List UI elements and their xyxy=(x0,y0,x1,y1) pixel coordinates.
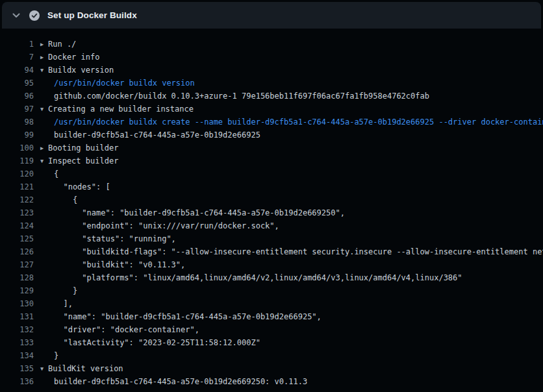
command-text: /usr/bin/docker buildx create --name bui… xyxy=(40,116,543,129)
line-number[interactable]: 134 xyxy=(0,349,34,362)
chevron-down-icon xyxy=(11,10,21,21)
output-text: "driver": "docker-container", xyxy=(40,323,199,336)
output-text: "nodes": [ xyxy=(40,180,110,193)
line-number[interactable]: 120 xyxy=(0,167,34,180)
line-number[interactable]: 95 xyxy=(0,77,34,90)
output-text: "status": "running", xyxy=(40,232,176,245)
line-number[interactable]: 129 xyxy=(0,284,34,297)
log-line: 99builder-d9cfb5a1-c764-445a-a57e-0b19d2… xyxy=(0,129,543,141)
group-header-content[interactable]: ▼Creating a new builder instance xyxy=(40,103,194,116)
group-title[interactable]: Inspect builder xyxy=(48,156,118,165)
output-text: builder-d9cfb5a1-c764-445a-a57e-0b19d2e6… xyxy=(40,375,307,388)
log-line: 134} xyxy=(0,349,543,362)
line-number[interactable]: 136 xyxy=(0,375,34,388)
log-group-header-row[interactable]: 97▼Creating a new builder instance xyxy=(0,103,543,116)
log-line: 98/usr/bin/docker buildx create --name b… xyxy=(0,116,543,129)
group-title[interactable]: Run ./ xyxy=(48,40,76,49)
group-header-content[interactable]: ▼Buildx version xyxy=(40,64,114,77)
command-text: /usr/bin/docker buildx version xyxy=(40,77,195,90)
log-line: 95/usr/bin/docker buildx version xyxy=(0,77,543,90)
log-line: 129 } xyxy=(0,284,543,297)
log-line: 96github.com/docker/buildx 0.10.3+azure-… xyxy=(0,90,543,103)
log-line: 122 { xyxy=(0,193,543,206)
line-number[interactable]: 131 xyxy=(0,310,34,323)
group-title[interactable]: Booting builder xyxy=(48,143,118,153)
group-header-content[interactable]: ▼Inspect builder xyxy=(40,154,118,167)
line-number[interactable]: 123 xyxy=(0,206,34,219)
line-number[interactable]: 121 xyxy=(0,180,34,193)
group-title[interactable]: Docker info xyxy=(48,53,99,62)
step-title: Set up Docker Buildx xyxy=(47,10,137,20)
log-line: 131 "name": "builder-d9cfb5a1-c764-445a-… xyxy=(0,310,543,323)
output-text: "endpoint": "unix:///var/run/docker.sock… xyxy=(40,219,279,232)
output-text: "buildkit": "v0.11.3", xyxy=(40,258,185,271)
line-number[interactable]: 127 xyxy=(0,258,34,271)
group-header-content[interactable]: ▶Booting builder xyxy=(40,141,118,154)
triangle-down-icon[interactable]: ▼ xyxy=(40,103,48,116)
line-number[interactable]: 126 xyxy=(0,245,34,258)
actions-log-viewer: Set up Docker Buildx 1▶Run ./7▶Docker in… xyxy=(0,0,543,392)
output-text: "platforms": "linux/amd64,linux/amd64/v2… xyxy=(40,271,462,284)
log-line: 123 "name": "builder-d9cfb5a1-c764-445a-… xyxy=(0,206,543,219)
line-number[interactable]: 97 xyxy=(0,103,34,116)
line-number[interactable]: 100 xyxy=(0,141,34,154)
log-line: 130 ], xyxy=(0,297,543,310)
line-number[interactable]: 128 xyxy=(0,271,34,284)
line-number[interactable]: 98 xyxy=(0,116,34,129)
group-title[interactable]: Buildx version xyxy=(48,66,114,75)
output-text: } xyxy=(40,349,58,362)
log-lines: 1▶Run ./7▶Docker info94▼Buildx version95… xyxy=(0,29,543,388)
log-group-header-row[interactable]: 100▶Booting builder xyxy=(0,141,543,154)
triangle-down-icon[interactable]: ▼ xyxy=(40,154,48,167)
line-number[interactable]: 7 xyxy=(0,51,34,64)
group-title[interactable]: Creating a new builder instance xyxy=(48,104,194,114)
group-header-content[interactable]: ▼BuildKit version xyxy=(40,362,123,375)
group-title[interactable]: BuildKit version xyxy=(48,364,123,373)
log-line: 125 "status": "running", xyxy=(0,232,543,245)
triangle-down-icon[interactable]: ▼ xyxy=(40,64,48,77)
triangle-down-icon[interactable]: ▼ xyxy=(40,362,48,375)
group-header-content[interactable]: ▶Run ./ xyxy=(40,38,76,51)
output-text: } xyxy=(40,284,77,297)
output-text: { xyxy=(40,193,77,206)
log-line: 126 "buildkitd-flags": "--allow-insecure… xyxy=(0,245,543,258)
output-text: github.com/docker/buildx 0.10.3+azure-1 … xyxy=(40,90,429,103)
check-circle-icon xyxy=(29,10,40,21)
line-number[interactable]: 135 xyxy=(0,362,34,375)
line-number[interactable]: 96 xyxy=(0,90,34,103)
line-number[interactable]: 130 xyxy=(0,297,34,310)
step-header[interactable]: Set up Docker Buildx xyxy=(2,2,541,29)
line-number[interactable]: 94 xyxy=(0,64,34,77)
output-text: "name": "builder-d9cfb5a1-c764-445a-a57e… xyxy=(40,206,345,219)
line-number[interactable]: 122 xyxy=(0,193,34,206)
log-line: 132 "driver": "docker-container", xyxy=(0,323,543,336)
triangle-right-icon[interactable]: ▶ xyxy=(40,51,48,64)
log-group-header-row[interactable]: 94▼Buildx version xyxy=(0,64,543,77)
triangle-right-icon[interactable]: ▶ xyxy=(40,38,48,51)
log-group-header-row[interactable]: 135▼BuildKit version xyxy=(0,362,543,375)
group-header-content[interactable]: ▶Docker info xyxy=(40,51,99,64)
output-text: ], xyxy=(40,297,73,310)
log-line: 121 "nodes": [ xyxy=(0,180,543,193)
line-number[interactable]: 99 xyxy=(0,129,34,141)
log-line: 133 "lastActivity": "2023-02-25T11:58:12… xyxy=(0,336,543,349)
line-number[interactable]: 1 xyxy=(0,38,34,51)
log-line: 128 "platforms": "linux/amd64,linux/amd6… xyxy=(0,271,543,284)
log-line: 124 "endpoint": "unix:///var/run/docker.… xyxy=(0,219,543,232)
output-text: "lastActivity": "2023-02-25T11:58:12.000… xyxy=(40,336,260,349)
line-number[interactable]: 133 xyxy=(0,336,34,349)
log-line: 127 "buildkit": "v0.11.3", xyxy=(0,258,543,271)
line-number[interactable]: 119 xyxy=(0,154,34,167)
line-number[interactable]: 125 xyxy=(0,232,34,245)
output-text: { xyxy=(40,167,58,180)
line-number[interactable]: 132 xyxy=(0,323,34,336)
log-line: 120{ xyxy=(0,167,543,180)
output-text: "name": "builder-d9cfb5a1-c764-445a-a57e… xyxy=(40,310,322,323)
line-number[interactable]: 124 xyxy=(0,219,34,232)
triangle-right-icon[interactable]: ▶ xyxy=(40,141,48,154)
log-group-header-row[interactable]: 7▶Docker info xyxy=(0,51,543,64)
output-text: builder-d9cfb5a1-c764-445a-a57e-0b19d2e6… xyxy=(40,129,260,141)
log-group-header-row[interactable]: 119▼Inspect builder xyxy=(0,154,543,167)
output-text: "buildkitd-flags": "--allow-insecure-ent… xyxy=(40,245,543,258)
log-group-header-row[interactable]: 1▶Run ./ xyxy=(0,38,543,51)
